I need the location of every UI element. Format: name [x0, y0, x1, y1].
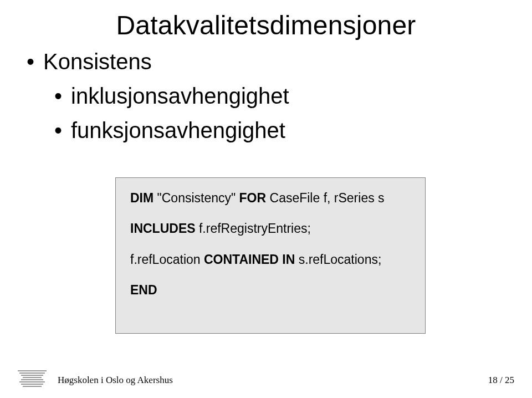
code-text: f.refLocation	[130, 252, 204, 267]
keyword-dim: DIM	[130, 191, 154, 205]
code-box: DIM "Consistency" FOR CaseFile f, rSerie…	[115, 177, 426, 334]
bullet-list: Konsistens inklusjonsavhengighet funksjo…	[27, 47, 289, 145]
keyword-for: FOR	[239, 191, 267, 205]
footer-institution: Høgskolen i Oslo og Akershus	[58, 375, 173, 386]
keyword-includes: INCLUDES	[130, 221, 196, 236]
slide: Datakvalitetsdimensjoner Konsistens inkl…	[0, 0, 532, 398]
code-line: INCLUDES f.refRegistryEntries;	[130, 221, 411, 237]
page-number: 18 / 25	[488, 375, 514, 386]
bullet-level2: funksjonsavhengighet	[54, 115, 289, 145]
code-text: "Consistency"	[154, 191, 239, 205]
code-line: END	[130, 282, 411, 298]
code-text: s.refLocations;	[295, 252, 381, 267]
bullet-level1: Konsistens	[27, 47, 289, 76]
keyword-contained-in: CONTAINED IN	[204, 252, 295, 267]
institution-logo	[17, 369, 48, 388]
code-text: f.refRegistryEntries;	[196, 221, 311, 236]
slide-title: Datakvalitetsdimensjoner	[0, 10, 532, 40]
code-line: DIM "Consistency" FOR CaseFile f, rSerie…	[130, 190, 411, 206]
keyword-end: END	[130, 283, 157, 297]
code-line: f.refLocation CONTAINED IN s.refLocation…	[130, 252, 411, 268]
code-text: CaseFile f, rSeries s	[266, 191, 384, 205]
bullet-level2: inklusjonsavhengighet	[54, 81, 289, 111]
